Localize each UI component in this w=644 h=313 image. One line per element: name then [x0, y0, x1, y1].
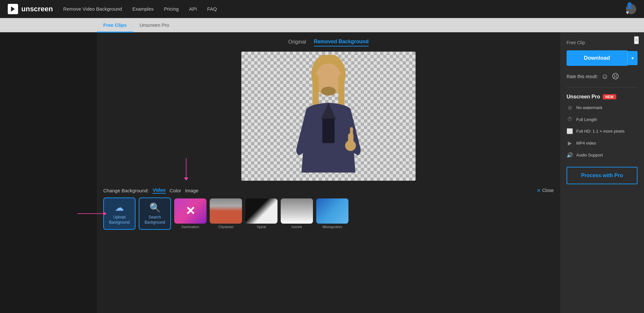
tab-original[interactable]: Original: [288, 39, 306, 46]
mixingcolors-label: Mixingcolors: [322, 225, 342, 229]
xanimation-label: Xanimation: [181, 225, 199, 229]
divider: [567, 87, 638, 87]
search-background-btn[interactable]: 🔍 SearchBackground: [139, 197, 171, 230]
pro-feature-label-3: MP4 video: [576, 141, 596, 146]
close-x-icon: ✕: [537, 187, 541, 194]
mixingcolors-preview: [316, 198, 348, 224]
tab-free-clips[interactable]: Free Clips: [97, 19, 133, 33]
audio-icon: 🔊: [567, 152, 573, 158]
change-bg-bar: Change Background: Video Color Image ✕ C…: [97, 187, 560, 194]
pro-feature-full-hd: ⬜ Full HD: 1.1 × more pixels: [567, 127, 638, 135]
tabs-bar: Free Clips Unscreen Pro: [0, 18, 644, 32]
pro-feature-mp4: ▶ MP4 video: [567, 139, 638, 147]
rate-result: Rate this result: ☺ ☹: [567, 72, 638, 81]
tab-removed-background[interactable]: Removed Background: [314, 39, 369, 46]
bg-xanimation[interactable]: ✕ Xanimation: [174, 198, 206, 229]
new-badge: NEW: [603, 94, 616, 99]
happy-smiley[interactable]: ☺: [601, 72, 608, 81]
left-panel: [0, 32, 97, 313]
close-label: Close: [542, 188, 554, 193]
pink-horizontal-arrow: [77, 211, 106, 216]
pro-feature-audio: 🔊 Audio Support: [567, 151, 638, 159]
pro-title: Unscreen Pro: [567, 94, 600, 100]
sad-smiley[interactable]: ☹: [612, 72, 619, 81]
svg-marker-0: [11, 6, 15, 12]
right-panel: × Free Clip Download ▾ Rate this result:…: [560, 32, 644, 313]
brand-logo[interactable]: unscreen: [8, 4, 53, 14]
search-icon: 🔍: [149, 202, 161, 213]
process-pro-button[interactable]: Process with Pro: [567, 167, 638, 184]
rate-label: Rate this result:: [567, 74, 598, 79]
pro-feature-full-length: ⏱ Full Length: [567, 116, 638, 123]
person-silhouette: [241, 52, 416, 181]
download-dropdown-arrow[interactable]: ▾: [627, 51, 638, 65]
backgrounds-row: ☁ UploadBackground 🔍 SearchBackground ✕ …: [97, 194, 560, 234]
change-bg-left: Change Background: Video Color Image: [103, 187, 198, 194]
pro-feature-label-0: No watermark: [576, 105, 602, 110]
bg-type-image[interactable]: Image: [185, 188, 198, 193]
view-tabs: Original Removed Background: [288, 39, 369, 46]
main-content: Original Removed Background: [0, 32, 644, 313]
full-hd-icon: ⬜: [567, 128, 573, 134]
change-bg-label: Change Background:: [103, 188, 149, 193]
free-clip-label: Free Clip: [567, 40, 638, 45]
nav-faq[interactable]: FAQ: [207, 6, 217, 12]
close-bg-panel[interactable]: ✕ Close: [537, 187, 554, 194]
icerink-preview: [281, 198, 313, 224]
citystreet-label: Citystreet: [218, 225, 233, 229]
full-length-icon: ⏱: [567, 116, 573, 122]
xanimation-preview: ✕: [174, 198, 206, 224]
pro-section-header: Unscreen Pro NEW: [567, 94, 638, 100]
no-watermark-icon: ⊘: [567, 105, 573, 111]
bg-citystreet[interactable]: Citystreet: [210, 198, 242, 229]
nav-examples[interactable]: Examples: [132, 6, 154, 12]
pro-feature-no-watermark: ⊘ No watermark: [567, 104, 638, 112]
brand-name: unscreen: [21, 5, 53, 13]
close-panel-btn[interactable]: ×: [634, 36, 639, 44]
center-panel: Original Removed Background: [97, 32, 560, 313]
brand-icon: [8, 4, 18, 14]
upload-icon: ☁: [115, 202, 124, 213]
pro-feature-label-1: Full Length: [576, 117, 597, 122]
icerink-label: Icerink: [292, 225, 302, 229]
navbar-links: Remove Video Background Examples Pricing…: [63, 6, 616, 12]
mp4-icon: ▶: [567, 140, 573, 146]
upload-background-btn[interactable]: ☁ UploadBackground: [103, 197, 136, 230]
pro-feature-label-4: Audio Support: [576, 153, 603, 157]
bg-type-color[interactable]: Color: [170, 188, 181, 193]
navbar: unscreen Remove Video Background Example…: [0, 0, 644, 18]
pro-feature-label-2: Full HD: 1.1 × more pixels: [576, 129, 625, 134]
spiral-preview: [245, 198, 277, 224]
tab-unscreen-pro[interactable]: Unscreen Pro: [133, 19, 176, 33]
bg-type-video[interactable]: Video: [153, 187, 166, 194]
bg-icerink[interactable]: Icerink: [281, 198, 313, 229]
svg-point-6: [321, 87, 336, 96]
download-button[interactable]: Download: [567, 50, 627, 66]
download-btn-wrap: Download ▾: [567, 50, 638, 66]
citystreet-preview: [210, 198, 242, 224]
pink-vertical-arrow: [184, 158, 188, 181]
svg-rect-9: [350, 127, 353, 137]
navbar-right: 👤 ▾: [626, 4, 636, 14]
search-bg-label: SearchBackground: [145, 215, 165, 225]
spiral-label: Spiral: [257, 225, 266, 229]
nav-pricing[interactable]: Pricing: [164, 6, 179, 12]
user-menu[interactable]: 👤 ▾: [626, 4, 636, 14]
nav-api[interactable]: API: [189, 6, 197, 12]
upload-bg-label: UploadBackground: [109, 215, 130, 225]
video-preview: [241, 52, 416, 181]
svg-rect-5: [322, 119, 335, 143]
nav-remove-video[interactable]: Remove Video Background: [63, 6, 122, 12]
bg-spiral[interactable]: Spiral: [245, 198, 277, 229]
bg-mixingcolors[interactable]: Mixingcolors: [316, 198, 348, 229]
